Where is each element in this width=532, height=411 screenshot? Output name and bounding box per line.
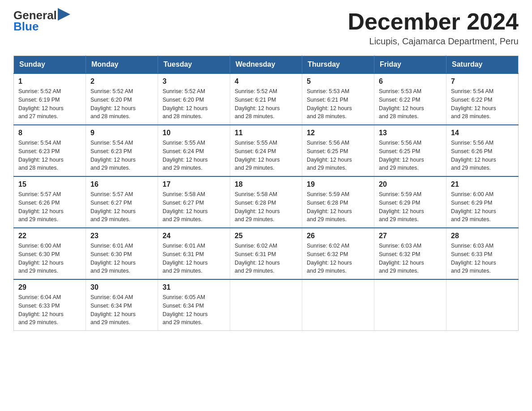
calendar-cell: 12 Sunrise: 5:56 AM Sunset: 6:25 PM Dayl… xyxy=(302,125,374,176)
day-info: Sunrise: 6:00 AM Sunset: 6:29 PM Dayligh… xyxy=(451,190,514,224)
day-info: Sunrise: 6:05 AM Sunset: 6:34 PM Dayligh… xyxy=(163,293,225,327)
logo-arrow-icon xyxy=(58,8,70,21)
calendar-cell: 3 Sunrise: 5:52 AM Sunset: 6:20 PM Dayli… xyxy=(158,73,230,125)
calendar-week-row: 29 Sunrise: 6:04 AM Sunset: 6:33 PM Dayl… xyxy=(14,279,519,331)
calendar-cell: 24 Sunrise: 6:01 AM Sunset: 6:31 PM Dayl… xyxy=(158,228,230,279)
day-info: Sunrise: 5:58 AM Sunset: 6:27 PM Dayligh… xyxy=(163,190,225,224)
day-number: 2 xyxy=(90,77,153,86)
day-info: Sunrise: 5:52 AM Sunset: 6:19 PM Dayligh… xyxy=(18,87,81,121)
calendar-cell: 21 Sunrise: 6:00 AM Sunset: 6:29 PM Dayl… xyxy=(446,176,519,228)
day-info: Sunrise: 5:57 AM Sunset: 6:26 PM Dayligh… xyxy=(18,190,81,224)
day-info: Sunrise: 6:04 AM Sunset: 6:33 PM Dayligh… xyxy=(18,293,81,327)
logo-blue-text: Blue xyxy=(13,20,70,33)
weekday-header-sunday: Sunday xyxy=(14,56,86,74)
day-number: 8 xyxy=(18,129,81,137)
day-info: Sunrise: 6:04 AM Sunset: 6:34 PM Dayligh… xyxy=(90,293,153,327)
day-number: 21 xyxy=(451,180,514,188)
weekday-header-monday: Monday xyxy=(86,56,158,74)
page-header: General Blue December 2024 Licupis, Caja… xyxy=(13,9,519,47)
calendar-week-row: 8 Sunrise: 5:54 AM Sunset: 6:23 PM Dayli… xyxy=(14,125,519,176)
calendar-cell xyxy=(374,279,446,331)
day-number: 14 xyxy=(451,129,514,137)
day-info: Sunrise: 5:54 AM Sunset: 6:23 PM Dayligh… xyxy=(18,139,81,172)
day-info: Sunrise: 6:00 AM Sunset: 6:30 PM Dayligh… xyxy=(18,242,81,275)
day-number: 27 xyxy=(379,232,442,240)
day-number: 10 xyxy=(163,129,225,137)
day-info: Sunrise: 6:01 AM Sunset: 6:31 PM Dayligh… xyxy=(163,242,225,275)
day-info: Sunrise: 5:56 AM Sunset: 6:25 PM Dayligh… xyxy=(307,139,369,172)
calendar-cell: 7 Sunrise: 5:54 AM Sunset: 6:22 PM Dayli… xyxy=(446,73,519,125)
day-number: 6 xyxy=(379,77,442,86)
day-number: 11 xyxy=(235,129,297,137)
day-number: 9 xyxy=(90,129,153,137)
day-info: Sunrise: 5:52 AM Sunset: 6:20 PM Dayligh… xyxy=(163,87,225,121)
calendar-cell: 25 Sunrise: 6:02 AM Sunset: 6:31 PM Dayl… xyxy=(230,228,302,279)
calendar-cell: 6 Sunrise: 5:53 AM Sunset: 6:22 PM Dayli… xyxy=(374,73,446,125)
day-info: Sunrise: 5:56 AM Sunset: 6:26 PM Dayligh… xyxy=(451,139,514,172)
day-number: 29 xyxy=(18,283,81,291)
calendar-cell xyxy=(230,279,302,331)
calendar-cell: 5 Sunrise: 5:53 AM Sunset: 6:21 PM Dayli… xyxy=(302,73,374,125)
day-info: Sunrise: 5:53 AM Sunset: 6:22 PM Dayligh… xyxy=(379,87,442,121)
calendar-cell: 11 Sunrise: 5:55 AM Sunset: 6:24 PM Dayl… xyxy=(230,125,302,176)
calendar-cell: 31 Sunrise: 6:05 AM Sunset: 6:34 PM Dayl… xyxy=(158,279,230,331)
day-info: Sunrise: 6:03 AM Sunset: 6:32 PM Dayligh… xyxy=(379,242,442,275)
calendar-week-row: 15 Sunrise: 5:57 AM Sunset: 6:26 PM Dayl… xyxy=(14,176,519,228)
day-number: 3 xyxy=(163,77,225,86)
calendar-cell: 1 Sunrise: 5:52 AM Sunset: 6:19 PM Dayli… xyxy=(14,73,86,125)
day-number: 23 xyxy=(90,232,153,240)
day-number: 18 xyxy=(235,180,297,188)
calendar-cell: 29 Sunrise: 6:04 AM Sunset: 6:33 PM Dayl… xyxy=(14,279,86,331)
day-number: 1 xyxy=(18,77,81,86)
day-info: Sunrise: 5:54 AM Sunset: 6:23 PM Dayligh… xyxy=(90,139,153,172)
day-number: 15 xyxy=(18,180,81,188)
calendar-cell: 13 Sunrise: 5:56 AM Sunset: 6:25 PM Dayl… xyxy=(374,125,446,176)
calendar-cell: 2 Sunrise: 5:52 AM Sunset: 6:20 PM Dayli… xyxy=(86,73,158,125)
day-info: Sunrise: 5:59 AM Sunset: 6:28 PM Dayligh… xyxy=(307,190,369,224)
day-number: 28 xyxy=(451,232,514,240)
weekday-header-tuesday: Tuesday xyxy=(158,56,230,74)
day-number: 31 xyxy=(163,283,225,291)
day-info: Sunrise: 6:03 AM Sunset: 6:33 PM Dayligh… xyxy=(451,242,514,275)
weekday-header-saturday: Saturday xyxy=(446,56,519,74)
calendar-table: SundayMondayTuesdayWednesdayThursdayFrid… xyxy=(13,56,519,331)
calendar-cell: 16 Sunrise: 5:57 AM Sunset: 6:27 PM Dayl… xyxy=(86,176,158,228)
calendar-cell: 30 Sunrise: 6:04 AM Sunset: 6:34 PM Dayl… xyxy=(86,279,158,331)
calendar-cell: 18 Sunrise: 5:58 AM Sunset: 6:28 PM Dayl… xyxy=(230,176,302,228)
day-number: 13 xyxy=(379,129,442,137)
calendar-cell: 14 Sunrise: 5:56 AM Sunset: 6:26 PM Dayl… xyxy=(446,125,519,176)
location-title: Licupis, Cajamarca Department, Peru xyxy=(348,36,519,47)
calendar-cell: 22 Sunrise: 6:00 AM Sunset: 6:30 PM Dayl… xyxy=(14,228,86,279)
day-number: 19 xyxy=(307,180,369,188)
day-number: 5 xyxy=(307,77,369,86)
day-info: Sunrise: 6:01 AM Sunset: 6:30 PM Dayligh… xyxy=(90,242,153,275)
day-number: 30 xyxy=(90,283,153,291)
svg-marker-0 xyxy=(58,8,70,21)
day-info: Sunrise: 5:57 AM Sunset: 6:27 PM Dayligh… xyxy=(90,190,153,224)
day-info: Sunrise: 5:55 AM Sunset: 6:24 PM Dayligh… xyxy=(163,139,225,172)
calendar-week-row: 1 Sunrise: 5:52 AM Sunset: 6:19 PM Dayli… xyxy=(14,73,519,125)
day-number: 26 xyxy=(307,232,369,240)
calendar-cell: 20 Sunrise: 5:59 AM Sunset: 6:29 PM Dayl… xyxy=(374,176,446,228)
calendar-cell: 26 Sunrise: 6:02 AM Sunset: 6:32 PM Dayl… xyxy=(302,228,374,279)
day-info: Sunrise: 5:52 AM Sunset: 6:20 PM Dayligh… xyxy=(90,87,153,121)
day-number: 16 xyxy=(90,180,153,188)
calendar-cell: 19 Sunrise: 5:59 AM Sunset: 6:28 PM Dayl… xyxy=(302,176,374,228)
day-info: Sunrise: 6:02 AM Sunset: 6:32 PM Dayligh… xyxy=(307,242,369,275)
day-info: Sunrise: 5:56 AM Sunset: 6:25 PM Dayligh… xyxy=(379,139,442,172)
day-number: 4 xyxy=(235,77,297,86)
day-number: 12 xyxy=(307,129,369,137)
calendar-cell xyxy=(446,279,519,331)
day-info: Sunrise: 5:59 AM Sunset: 6:29 PM Dayligh… xyxy=(379,190,442,224)
calendar-week-row: 22 Sunrise: 6:00 AM Sunset: 6:30 PM Dayl… xyxy=(14,228,519,279)
day-number: 22 xyxy=(18,232,81,240)
day-info: Sunrise: 5:53 AM Sunset: 6:21 PM Dayligh… xyxy=(307,87,369,121)
calendar-cell: 28 Sunrise: 6:03 AM Sunset: 6:33 PM Dayl… xyxy=(446,228,519,279)
day-number: 20 xyxy=(379,180,442,188)
calendar-cell: 4 Sunrise: 5:52 AM Sunset: 6:21 PM Dayli… xyxy=(230,73,302,125)
weekday-header-row: SundayMondayTuesdayWednesdayThursdayFrid… xyxy=(14,56,519,74)
calendar-cell: 8 Sunrise: 5:54 AM Sunset: 6:23 PM Dayli… xyxy=(14,125,86,176)
weekday-header-thursday: Thursday xyxy=(302,56,374,74)
month-title: December 2024 xyxy=(348,9,519,34)
calendar-cell: 17 Sunrise: 5:58 AM Sunset: 6:27 PM Dayl… xyxy=(158,176,230,228)
